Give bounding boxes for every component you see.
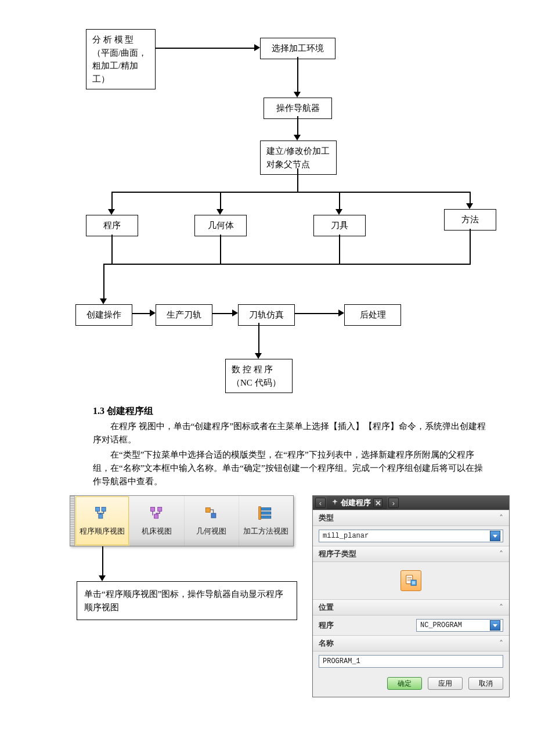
connector [258, 323, 259, 353]
svg-rect-0 [95, 507, 99, 512]
box-program: 程序 [86, 215, 138, 236]
box-analyze-text: 分 析 模 型（平面/曲面，粗加工/精加工） [92, 35, 147, 84]
dialog-close-button[interactable]: ✕ [373, 498, 383, 507]
svg-rect-11 [259, 507, 261, 520]
program-order-view-icon [94, 505, 110, 524]
box-postproc: 后处理 [344, 304, 401, 326]
titlebar-next-button[interactable]: › [388, 498, 399, 508]
box-buildparent: 建立/修改价加工对象父节点 [260, 141, 337, 175]
titlebar-prev-button[interactable]: ‹ [315, 498, 326, 508]
box-method: 方法 [444, 209, 496, 231]
section-name-header[interactable]: 名称 ˄ [313, 635, 509, 651]
type-combo-value: mill_planar [323, 532, 369, 540]
para-1: 在程序 视图中，单击“创建程序”图标或者在主菜单上选择【插入】【程序】命令，系统… [93, 420, 488, 447]
callout-connector [102, 546, 103, 575]
section-subtype-label: 程序子类型 [319, 549, 356, 559]
subtype-program-button[interactable] [400, 570, 421, 591]
box-nccode: 数 控 程 序（NC 代码） [225, 359, 293, 393]
box-simpath: 刀轨仿真 [238, 304, 295, 326]
box-createop: 创建操作 [75, 304, 132, 326]
svg-rect-4 [158, 507, 162, 512]
dialog-title: 创建程序 ✕ [327, 496, 387, 509]
box-postproc-text: 后处理 [360, 310, 386, 319]
section-position-label: 位置 [319, 602, 334, 613]
btn-method-view[interactable]: 加工方法视图 [239, 496, 293, 546]
chevron-up-icon: ˄ [499, 513, 503, 523]
connector [297, 168, 298, 192]
ok-button[interactable]: 确定 [387, 677, 422, 690]
toolbar-grip[interactable] [70, 496, 75, 546]
box-program-text: 程序 [103, 221, 121, 230]
connector [470, 229, 471, 264]
section-subtype-header[interactable]: 程序子类型 ˄ [313, 546, 509, 562]
arrowhead-icon [294, 92, 301, 98]
dropdown-button[interactable] [490, 620, 500, 631]
para-2: 在“类型”下拉菜单中选择合适的模版类型，在“程序”下拉列表中，选择新建程序所附属… [93, 448, 488, 489]
connector [103, 264, 104, 298]
svg-rect-3 [150, 507, 154, 512]
ok-label: 确定 [398, 679, 412, 689]
method-view-icon [258, 505, 274, 524]
connector [470, 192, 471, 203]
view-toolbar: 程序顺序视图 机床视图 几何视图 [70, 495, 294, 546]
type-combo[interactable]: mill_planar [319, 530, 503, 542]
program-subtype-icon [405, 574, 417, 588]
geometry-view-icon [203, 505, 219, 524]
dialog-titlebar[interactable]: ‹ 创建程序 ✕ › [313, 496, 509, 510]
connector [297, 57, 298, 92]
machine-view-icon [149, 505, 165, 524]
btn-geometry-view[interactable]: 几何视图 [185, 496, 239, 546]
flowchart: 分 析 模 型（平面/曲面，粗加工/精加工） 选择加工环境 操作导航器 建立/修… [0, 12, 534, 401]
svg-rect-9 [261, 512, 272, 514]
btn-label: 几何视图 [196, 526, 226, 537]
box-genpath-text: 生产刀轨 [167, 310, 201, 319]
callout-box: 单击“程序顺序视图”图标，操作导航器自动显示程序顺序视图 [77, 581, 297, 620]
connector [156, 48, 254, 49]
svg-rect-8 [261, 508, 272, 510]
btn-label: 机床视图 [142, 526, 172, 537]
pin-icon [331, 499, 338, 507]
position-combo-value: NC_PROGRAM [420, 621, 462, 629]
section-position-body: 程序 NC_PROGRAM [313, 615, 509, 635]
arrowhead-icon [232, 309, 238, 316]
section-position-header[interactable]: 位置 ˄ [313, 599, 509, 615]
arrowhead-icon [338, 309, 344, 316]
name-input-value: PROGRAM_1 [323, 657, 360, 665]
dialog-title-text: 创建程序 [341, 498, 371, 508]
arrowhead-icon [217, 209, 223, 215]
connector [103, 264, 471, 265]
section-type-header[interactable]: 类型 ˄ [313, 510, 509, 526]
arrowhead-icon [254, 44, 260, 51]
name-input[interactable]: PROGRAM_1 [319, 655, 503, 668]
svg-rect-6 [206, 508, 211, 513]
dropdown-button[interactable] [490, 531, 500, 541]
box-select-env-text: 选择加工环境 [272, 44, 324, 53]
box-tool: 刀具 [313, 215, 366, 236]
cancel-label: 取消 [479, 679, 493, 689]
apply-button[interactable]: 应用 [428, 677, 463, 690]
arrowhead-icon [466, 203, 473, 209]
section-type-body: mill_planar [313, 526, 509, 546]
box-tool-text: 刀具 [331, 221, 348, 230]
section-type-label: 类型 [319, 513, 334, 523]
connector [132, 313, 150, 314]
svg-rect-5 [154, 514, 158, 519]
connector [339, 192, 340, 209]
arrowhead-icon [150, 309, 156, 316]
btn-program-order-view[interactable]: 程序顺序视图 [75, 496, 129, 546]
box-navigator-text: 操作导航器 [276, 103, 320, 113]
btn-machine-view[interactable]: 机床视图 [129, 496, 184, 546]
svg-rect-7 [211, 513, 216, 518]
connector [111, 192, 113, 209]
connector [111, 192, 470, 193]
connector [220, 235, 221, 264]
box-simpath-text: 刀轨仿真 [249, 310, 284, 319]
position-combo[interactable]: NC_PROGRAM [416, 619, 503, 632]
cancel-button[interactable]: 取消 [468, 677, 503, 690]
box-select-env: 选择加工环境 [260, 38, 335, 59]
position-label: 程序 [319, 620, 334, 631]
chevron-up-icon: ˄ [499, 639, 503, 648]
section-name-label: 名称 [319, 638, 334, 649]
connector [339, 235, 340, 264]
chevron-up-icon: ˄ [499, 603, 503, 612]
